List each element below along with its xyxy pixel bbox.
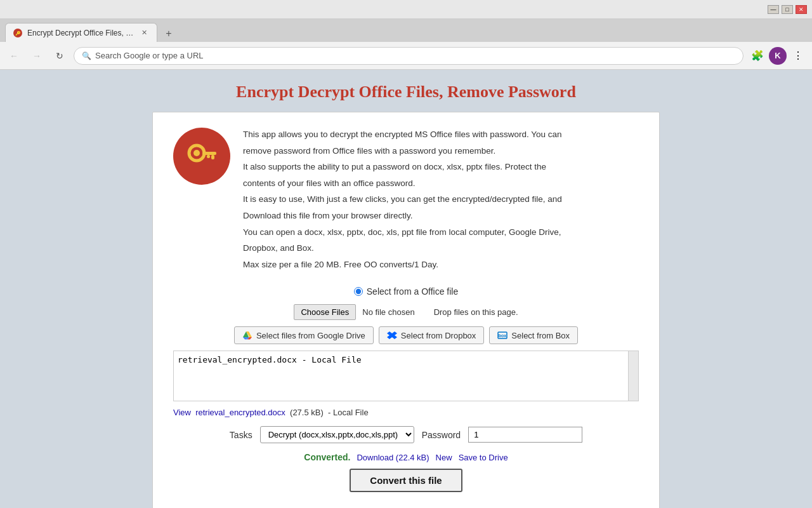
main-card: This app allows you to decrypt the encry… [152, 112, 660, 508]
file-select-row: Choose Files No file chosen Drop files o… [173, 304, 639, 320]
menu-button[interactable]: ⋮ [789, 47, 807, 65]
dropbox-icon [387, 330, 397, 340]
close-button[interactable]: ✕ [796, 5, 807, 14]
desc-line-3: It also supports the ability to put a pa… [243, 160, 562, 174]
desc-line-1: This app allows you to decrypt the encry… [243, 128, 562, 142]
extensions-icon[interactable]: 🧩 [749, 47, 766, 65]
svg-rect-5 [211, 155, 214, 159]
no-file-text: No file chosen [362, 307, 414, 317]
box-icon: box [497, 330, 508, 340]
svg-rect-6 [207, 155, 210, 158]
box-btn-label: Select from Box [511, 331, 570, 340]
key-icon [173, 128, 230, 185]
radio-label-text: Select from a Office file [367, 286, 458, 297]
description-area: This app allows you to decrypt the encry… [173, 128, 639, 274]
tasks-select[interactable]: Decrypt (docx,xlsx,pptx,doc,xls,ppt) Enc… [260, 426, 414, 443]
tab-bar: 🔑 Encrypt Decrypt Office Files, Re... ✕ … [0, 19, 812, 42]
convert-button[interactable]: Convert this file [350, 469, 462, 492]
maximize-button[interactable]: □ [782, 5, 793, 14]
desc-line-4: contents of your files with an office pa… [243, 177, 562, 190]
dropbox-btn-label: Select from Dropbox [401, 331, 476, 340]
cloud-buttons-row: Select files from Google Drive Select fr… [173, 326, 639, 344]
new-link[interactable]: New [436, 453, 452, 462]
active-tab[interactable]: 🔑 Encrypt Decrypt Office Files, Re... ✕ [5, 23, 157, 42]
svg-text:🔑: 🔑 [15, 30, 21, 36]
google-drive-icon [242, 330, 252, 340]
office-file-radio[interactable] [354, 287, 363, 296]
svg-point-3 [193, 150, 200, 156]
browser-actions: 🧩 K ⋮ [749, 47, 807, 65]
box-button[interactable]: box Select from Box [489, 326, 578, 344]
browser-frame: — □ ✕ 🔑 Encrypt Decrypt Office Files, Re… [0, 0, 812, 508]
desc-line-7: You can open a docx, xlsx, pptx, doc, xl… [243, 225, 562, 239]
view-source: - Local File [328, 408, 369, 417]
title-bar: — □ ✕ [0, 0, 812, 19]
forward-button[interactable]: → [28, 47, 46, 65]
navigation-bar: ← → ↻ 🔍 Search Google or type a URL 🧩 K … [0, 42, 812, 70]
svg-text:box: box [499, 333, 507, 338]
tab-title: Encrypt Decrypt Office Files, Re... [27, 29, 134, 37]
file-list-scrollbar[interactable] [628, 351, 638, 401]
desc-line-9: Max size per a file 20 MB. Free OO conve… [243, 258, 562, 272]
description-text: This app allows you to decrypt the encry… [243, 128, 562, 274]
tab-close-button[interactable]: ✕ [139, 28, 149, 38]
save-to-drive-link[interactable]: Save to Drive [459, 453, 508, 462]
desc-line-2: remove password from Office files with a… [243, 144, 562, 158]
view-link-row: View retrieval_encrypted.docx (27.5 kB) … [173, 408, 639, 417]
search-icon: 🔍 [82, 51, 91, 60]
file-list-area: retrieval_encrypted.docx - Local File [173, 351, 639, 401]
gdrive-btn-label: Select files from Google Drive [256, 331, 365, 340]
password-input[interactable] [468, 427, 582, 443]
office-file-radio-label[interactable]: Select from a Office file [173, 286, 639, 297]
desc-line-8: Dropbox, and Box. [243, 241, 562, 255]
drop-text: Drop files on this page. [434, 307, 518, 317]
google-drive-button[interactable]: Select files from Google Drive [234, 326, 374, 344]
page-title: Encrypt Decrypt Office Files, Remove Pas… [236, 83, 576, 102]
window-controls: — □ ✕ [768, 5, 807, 14]
radio-section: Select from a Office file [173, 286, 639, 297]
view-size: (27.5 kB) [290, 408, 324, 417]
password-label: Password [422, 430, 461, 440]
file-list-content: retrieval_encrypted.docx - Local File [178, 355, 634, 364]
minimize-button[interactable]: — [768, 5, 779, 14]
choose-files-button[interactable]: Choose Files [294, 304, 356, 320]
desc-line-6: Download this file from your browser dir… [243, 209, 562, 223]
back-button[interactable]: ← [5, 47, 23, 65]
converted-status: Converted. [304, 452, 350, 462]
address-bar[interactable]: 🔍 Search Google or type a URL [74, 47, 743, 65]
file-list-item: retrieval_encrypted.docx - Local File [178, 355, 362, 364]
svg-rect-4 [202, 152, 216, 155]
status-row: Converted. Download (22.4 kB) New Save t… [173, 452, 639, 462]
tasks-row: Tasks Decrypt (docx,xlsx,pptx,doc,xls,pp… [173, 426, 639, 443]
download-link[interactable]: Download (22.4 kB) [357, 453, 429, 462]
tasks-label: Tasks [230, 430, 252, 440]
view-link[interactable]: View [173, 408, 191, 417]
dropbox-button[interactable]: Select from Dropbox [379, 326, 485, 344]
view-filename-link[interactable]: retrieval_encrypted.docx [195, 408, 285, 417]
tab-favicon: 🔑 [13, 29, 22, 37]
page-content: Encrypt Decrypt Office Files, Remove Pas… [0, 70, 812, 508]
address-text: Search Google or type a URL [95, 51, 735, 60]
profile-button[interactable]: K [769, 47, 787, 65]
reload-button[interactable]: ↻ [51, 47, 69, 65]
desc-line-5: It is easy to use, With just a few click… [243, 192, 562, 206]
new-tab-button[interactable]: + [160, 25, 178, 42]
